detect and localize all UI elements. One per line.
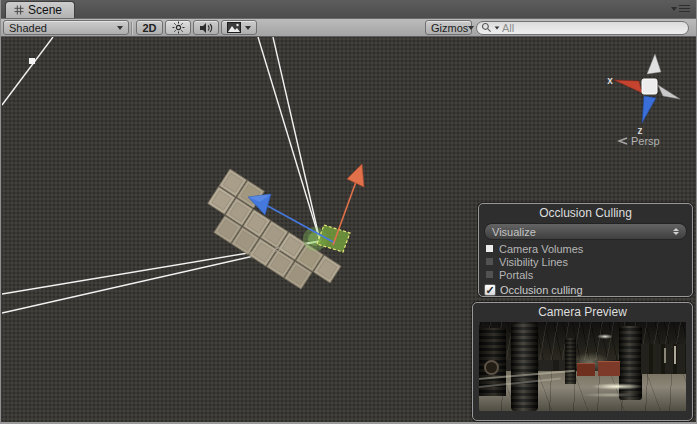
occlusion-culling-panel: Occlusion Culling Visualize Camera Volum… — [478, 203, 693, 297]
camera-preview-image — [479, 322, 686, 411]
occlusion-culling-checkbox-row[interactable]: ✓ Occlusion culling — [479, 284, 692, 296]
preview-mid-tank — [565, 338, 576, 384]
swatch-on-icon — [486, 245, 493, 252]
speaker-icon — [199, 22, 213, 34]
axis-cone-up[interactable] — [647, 54, 661, 74]
scene-toolbar: Shaded 2D — [1, 18, 696, 37]
preview-floor-highlight — [571, 392, 651, 398]
legend-item-camera-volumes[interactable]: Camera Volumes — [479, 242, 692, 255]
persp-chevron-icon — [619, 138, 627, 144]
tab-strip: Scene — [1, 0, 696, 18]
visualize-dropdown[interactable]: Visualize — [484, 223, 687, 240]
draw-mode-dropdown[interactable]: Shaded — [3, 20, 129, 35]
scene-audio-toggle[interactable] — [193, 20, 219, 35]
axis-x-label: x — [607, 75, 613, 86]
axis-cone-z[interactable] — [642, 96, 656, 123]
2d-toggle-button[interactable]: 2D — [136, 20, 163, 35]
preview-pipe — [674, 346, 676, 364]
legend-item-portals[interactable]: Portals — [479, 268, 692, 281]
window-menu-icon[interactable] — [671, 5, 690, 13]
hamburger-icon — [679, 5, 690, 13]
dropdown-arrow-icon — [671, 7, 677, 11]
preview-crate — [577, 363, 595, 376]
effects-toggle[interactable] — [221, 20, 257, 35]
legend-item-visibility-lines[interactable]: Visibility Lines — [479, 255, 692, 268]
frustum-handle-dot[interactable] — [29, 58, 35, 64]
scene-viewport[interactable]: x z Persp Occlusion Culling Visualize Ca… — [2, 37, 697, 422]
camera-preview-panel: Camera Preview — [472, 302, 693, 421]
occlusion-panel-title[interactable]: Occlusion Culling — [479, 204, 692, 220]
preview-pipe — [664, 348, 666, 363]
search-icon — [481, 22, 492, 33]
preview-ceiling-light — [597, 334, 613, 339]
gizmos-label: Gizmos — [431, 22, 468, 34]
preview-porthole — [484, 360, 499, 375]
search-input[interactable] — [502, 22, 684, 34]
chevron-down-icon — [245, 26, 251, 30]
search-filter-arrow-icon — [495, 26, 500, 29]
image-icon — [227, 22, 241, 33]
tab-scene-label: Scene — [28, 3, 62, 17]
camera-preview-title[interactable]: Camera Preview — [473, 303, 692, 319]
draw-mode-value: Shaded — [9, 22, 47, 34]
visualize-dropdown-value: Visualize — [492, 226, 536, 238]
sun-icon — [172, 21, 185, 34]
tab-scene[interactable]: Scene — [5, 1, 75, 18]
scene-search-field[interactable] — [476, 21, 689, 35]
axis-cube[interactable] — [642, 79, 657, 94]
swatch-off-icon — [486, 271, 493, 278]
toolbar-separator — [131, 22, 132, 35]
checkbox-checked-icon[interactable]: ✓ — [484, 284, 496, 296]
swatch-off-icon — [486, 258, 493, 265]
chevron-down-icon — [117, 26, 123, 30]
scene-lighting-toggle[interactable] — [165, 20, 191, 35]
axis-cone-x[interactable] — [614, 80, 642, 93]
orientation-gizmo: x z Persp — [607, 54, 680, 147]
preview-left-tank — [511, 322, 538, 411]
scene-view-window: Scene Shaded 2D — [0, 0, 697, 424]
axis-cone-right[interactable] — [658, 85, 680, 99]
preview-floor-highlight — [583, 382, 651, 391]
gizmos-dropdown[interactable]: Gizmos — [425, 20, 472, 35]
preview-crate — [598, 361, 620, 376]
scene-grid-icon — [14, 5, 24, 15]
updown-arrows-icon — [673, 228, 679, 235]
projection-label[interactable]: Persp — [631, 135, 660, 147]
camera-frustum-lines — [2, 37, 320, 313]
occlusion-culling-checkbox-label: Occlusion culling — [500, 284, 583, 296]
chevron-down-icon — [468, 26, 474, 30]
